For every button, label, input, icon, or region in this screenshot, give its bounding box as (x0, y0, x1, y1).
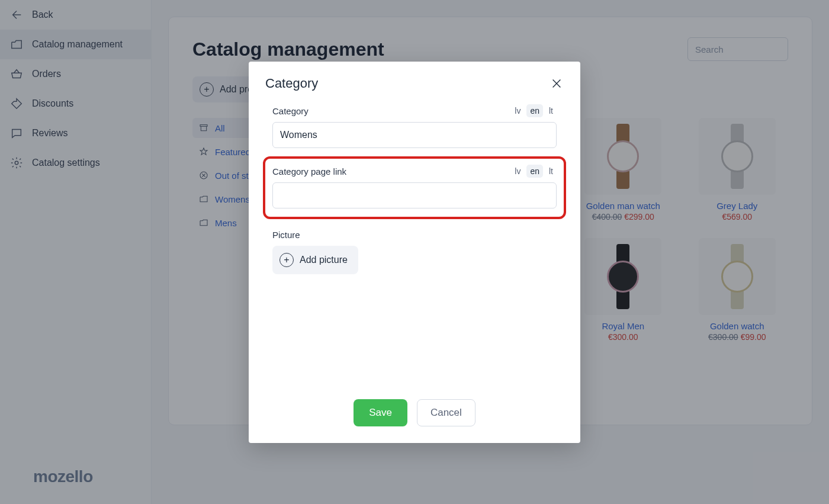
lang-tab-en[interactable]: en (526, 165, 543, 178)
category-name-input[interactable] (272, 122, 557, 148)
field-label: Category page link (272, 166, 346, 176)
app-root: Back Catalog management Orders Discounts… (0, 0, 829, 504)
modal-header: Category (265, 76, 564, 91)
add-picture-label: Add picture (300, 255, 348, 265)
modal-title: Category (265, 76, 318, 91)
lang-tab-lt[interactable]: lt (545, 165, 557, 178)
lang-tabs: lv en lt (511, 165, 557, 178)
add-picture-button[interactable]: + Add picture (272, 246, 358, 274)
field-category-link: Category page link lv en lt (272, 165, 557, 208)
lang-tab-en[interactable]: en (526, 104, 543, 117)
lang-tabs: lv en lt (511, 104, 557, 117)
cancel-button[interactable]: Cancel (417, 399, 475, 426)
category-link-input[interactable] (272, 182, 557, 208)
lang-tab-lt[interactable]: lt (545, 104, 557, 117)
field-label: Picture (272, 230, 557, 240)
category-modal: Category Category lv en lt (249, 62, 580, 443)
save-button[interactable]: Save (354, 399, 407, 426)
highlight-annotation: Category page link lv en lt (263, 156, 566, 219)
modal-actions: Save Cancel (265, 389, 564, 426)
field-picture: Picture + Add picture (272, 230, 557, 274)
field-category: Category lv en lt (272, 104, 557, 148)
close-icon[interactable] (550, 76, 564, 91)
plus-icon: + (279, 253, 294, 267)
field-label: Category (272, 106, 309, 116)
lang-tab-lv[interactable]: lv (511, 104, 524, 117)
modal-body: Category lv en lt Category page link (265, 104, 564, 389)
modal-overlay[interactable]: Category Category lv en lt (0, 0, 829, 504)
lang-tab-lv[interactable]: lv (511, 165, 524, 178)
